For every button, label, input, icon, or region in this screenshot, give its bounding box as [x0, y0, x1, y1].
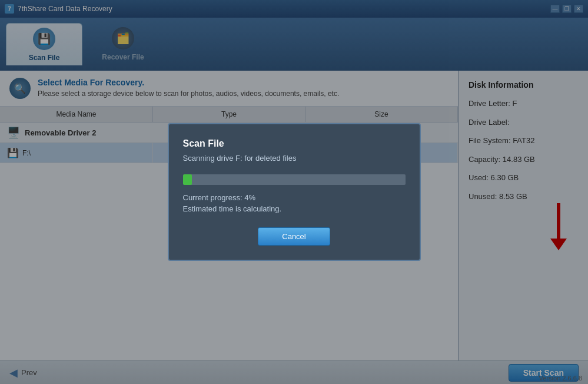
- progress-text: Current progress: 4%: [183, 193, 406, 202]
- scan-file-modal: Scan File Scanning drive F: for deleted …: [168, 123, 421, 261]
- modal-overlay: Scan File Scanning drive F: for deleted …: [0, 0, 588, 384]
- estimated-text: Estimated time is calculating.: [183, 204, 406, 213]
- progress-bar-fill: [183, 174, 192, 185]
- modal-subtitle: Scanning drive F: for deleted files: [183, 154, 406, 163]
- modal-title: Scan File: [183, 138, 406, 149]
- progress-bar-background: [183, 174, 406, 185]
- cancel-button[interactable]: Cancel: [258, 227, 330, 246]
